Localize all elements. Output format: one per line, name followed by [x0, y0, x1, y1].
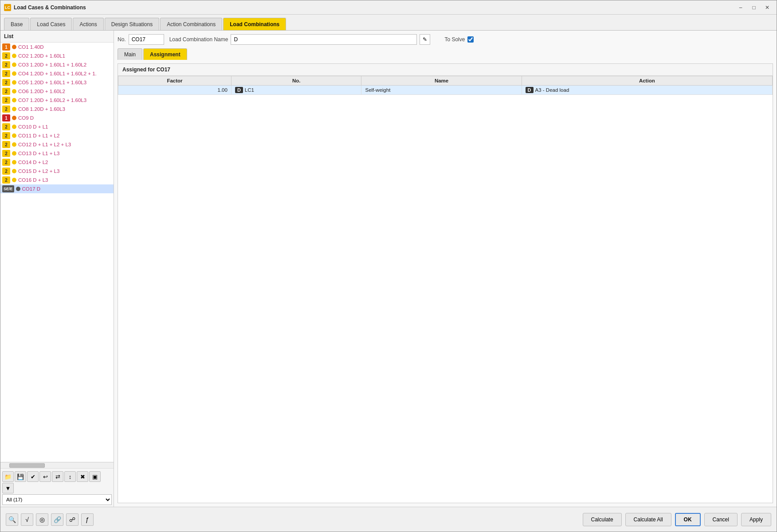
tab-main[interactable]: Main [118, 48, 142, 60]
tool-open[interactable]: 📁 [2, 471, 14, 482]
to-solve-group: To Solve [444, 36, 474, 43]
footer-icon-number[interactable]: √ [21, 513, 33, 526]
list-item-label: CO12 D + L1 + L2 + L3 [18, 142, 71, 147]
list-badge: 2 [2, 106, 10, 113]
tab-base[interactable]: Base [4, 18, 29, 30]
list-dot [12, 116, 16, 120]
assignment-panel: Assigned for CO17 Factor No. Name Action [118, 63, 773, 503]
list-item-label: CO4 1.20D + 1.60L1 + 1.60L2 + 1. [18, 71, 97, 76]
list-item[interactable]: 1CO9 D [0, 113, 114, 122]
footer-icon-chain[interactable]: ☍ [66, 513, 78, 526]
col-name: Name [361, 76, 522, 86]
list-dot [12, 54, 16, 58]
maximize-button[interactable]: □ [748, 3, 760, 12]
list-item-label: CO14 D + L2 [18, 160, 48, 165]
list-badge: 2 [2, 52, 10, 59]
calculate-button[interactable]: Calculate [583, 513, 622, 526]
header-row: No. Load Combination Name ✎ To Solve [118, 34, 773, 45]
cancel-button[interactable]: Cancel [704, 513, 738, 526]
apply-button[interactable]: Apply [741, 513, 771, 526]
table-row[interactable]: 1.00DLC1Self-weightDA3 - Dead load [118, 86, 773, 95]
footer-icon-search[interactable]: 🔍 [6, 513, 18, 526]
close-button[interactable]: ✕ [761, 3, 773, 12]
cell-factor: 1.00 [118, 86, 232, 95]
tool-save[interactable]: 💾 [15, 471, 26, 482]
name-field-group: Load Combination Name ✎ [169, 34, 431, 45]
assignment-table: Factor No. Name Action 1.00DLC1Self-weig… [118, 76, 773, 503]
list-dot [12, 45, 16, 49]
footer-icon-function[interactable]: ƒ [81, 513, 94, 526]
footer-left: 🔍 √ ◎ 🔗 ☍ ƒ [6, 513, 94, 526]
tab-action-combinations[interactable]: Action Combinations [160, 18, 222, 30]
tool-transfer[interactable]: ⇄ [52, 471, 63, 482]
list-badge: 1 [2, 114, 10, 121]
tab-actions[interactable]: Actions [73, 18, 103, 30]
no-label: No. [118, 36, 126, 43]
cell-action: DA3 - Dead load [522, 86, 772, 95]
list-dot [12, 71, 16, 76]
list-item[interactable]: 2CO7 1.20D + 1.60L2 + 1.60L3 [0, 96, 114, 105]
tab-load-cases[interactable]: Load Cases [30, 18, 72, 30]
to-solve-label: To Solve [444, 36, 465, 43]
list-badge: 2 [2, 97, 10, 104]
list-badge: 2 [2, 88, 10, 95]
tab-design-situations[interactable]: Design Situations [105, 18, 159, 30]
list-item[interactable]: 2CO10 D + L1 [0, 122, 114, 131]
footer-icon-target[interactable]: ◎ [36, 513, 48, 526]
assignment-header: Assigned for CO17 [118, 64, 773, 76]
list-item[interactable]: 2CO4 1.20D + 1.60L1 + 1.60L2 + 1. [0, 69, 114, 78]
list-item-label: CO10 D + L1 [18, 124, 48, 129]
footer-icon-link[interactable]: 🔗 [51, 513, 63, 526]
list-item[interactable]: 2CO3 1.20D + 1.60L1 + 1.60L2 [0, 60, 114, 69]
tab-assignment[interactable]: Assignment [143, 48, 187, 60]
tool-more[interactable]: ▼ [2, 483, 14, 493]
list-badge: 2 [2, 176, 10, 184]
list-badge: SE/E [2, 185, 14, 192]
list-item[interactable]: 2CO14 D + L2 [0, 158, 114, 167]
list-item[interactable]: 2CO5 1.20D + 1.60L1 + 1.60L3 [0, 78, 114, 87]
list-dot [12, 125, 16, 129]
list-dot [12, 142, 16, 147]
list-item-label: CO2 1.20D + 1.60L1 [18, 53, 65, 59]
filter-dropdown[interactable]: All (17) [2, 494, 112, 505]
list-item-label: CO16 D + L3 [18, 177, 48, 183]
list-item[interactable]: SE/ECO17 D [0, 184, 114, 193]
tool-delete[interactable]: ✖ [77, 471, 88, 482]
list-badge: 2 [2, 79, 10, 86]
tool-check[interactable]: ✔ [27, 471, 39, 482]
list-item[interactable]: 2CO8 1.20D + 1.60L3 [0, 105, 114, 113]
calculate-all-button[interactable]: Calculate All [625, 513, 671, 526]
list-item-label: CO3 1.20D + 1.60L1 + 1.60L2 [18, 62, 86, 67]
list-item[interactable]: 2CO12 D + L1 + L2 + L3 [0, 140, 114, 149]
list-badge: 1 [2, 43, 10, 51]
tab-load-combinations[interactable]: Load Combinations [223, 18, 286, 30]
list-item[interactable]: 2CO2 1.20D + 1.60L1 [0, 51, 114, 60]
edit-name-button[interactable]: ✎ [420, 34, 430, 45]
ok-button[interactable]: OK [675, 513, 701, 526]
minimize-button[interactable]: – [735, 3, 746, 12]
list-item[interactable]: 2CO11 D + L1 + L2 [0, 131, 114, 140]
list-item[interactable]: 2CO16 D + L3 [0, 176, 114, 184]
tool-undo[interactable]: ↩ [39, 471, 51, 482]
list-item-label: CO15 D + L2 + L3 [18, 168, 59, 174]
list-item[interactable]: 2CO15 D + L2 + L3 [0, 167, 114, 176]
cell-name: Self-weight [361, 86, 522, 95]
list-item-label: CO11 D + L1 + L2 [18, 133, 59, 138]
footer-right: Calculate Calculate All OK Cancel Apply [583, 513, 771, 526]
list-item[interactable]: 2CO6 1.20D + 1.60L2 [0, 87, 114, 96]
name-input[interactable] [231, 34, 417, 45]
no-field-group: No. [118, 34, 164, 45]
no-input[interactable] [129, 34, 164, 45]
to-solve-checkbox[interactable] [467, 36, 474, 43]
list-item-label: CO7 1.20D + 1.60L2 + 1.60L3 [18, 98, 86, 103]
list-badge: 2 [2, 132, 10, 139]
tool-grid[interactable]: ▣ [89, 471, 101, 482]
list-item[interactable]: 1CO1 1.40D [0, 43, 114, 51]
app-icon: LC [4, 4, 11, 11]
tool-sort[interactable]: ↕ [64, 471, 76, 482]
list-item-label: CO9 D [18, 115, 34, 121]
list-item[interactable]: 2CO13 D + L1 + L3 [0, 149, 114, 158]
col-no: No. [231, 76, 361, 86]
col-action: Action [522, 76, 772, 86]
list-dot [12, 63, 16, 67]
